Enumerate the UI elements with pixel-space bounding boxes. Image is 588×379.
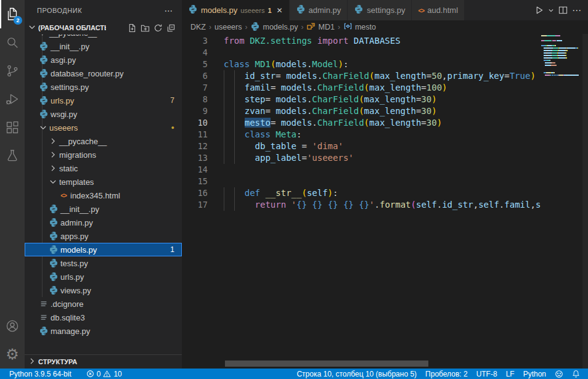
refresh-icon[interactable] [153,23,163,33]
breadcrumb-item-models-py[interactable]: models.py [250,22,298,33]
code-line-8[interactable]: 8 step= models.CharField(max_length=30) [182,94,588,105]
code-line-14[interactable]: 14 [182,164,588,176]
workspace-section-header[interactable]: (РАБОЧАЯ ОБЛАСТЬ) ... [25,21,182,35]
status-indentation[interactable]: Пробелов: 2 [421,369,472,379]
tree-file-database-roouter-py[interactable]: database_roouter.py [25,67,182,80]
line-number: 6 [182,70,208,82]
breadcrumb-item-useeers[interactable]: useeers [214,23,242,31]
outline-section-header[interactable]: СТРУКТУРА [25,354,182,369]
code-line-6[interactable]: 6 id_str= models.CharField(max_length=50… [182,70,588,82]
tree-file--init-py[interactable]: __init__.py [25,39,182,53]
breadcrumb-item-md1[interactable]: MD1 [306,22,334,33]
explorer-icon[interactable]: 2 [0,0,25,28]
code-token: import [317,36,349,46]
split-editor-icon[interactable] [558,6,568,15]
horizontal-scrollbar[interactable] [225,361,428,367]
status-notifications[interactable] [568,369,584,379]
run-debug-icon[interactable] [0,85,25,113]
tab-aud-html[interactable]: <>aud.html [412,0,465,20]
tree-file--init-py[interactable]: __init__.py [25,202,182,216]
status-feedback[interactable] [550,369,568,379]
breadcrumb-item-dkz[interactable]: DKZ [190,23,206,31]
code-token: class [224,59,255,69]
tab-settings-py[interactable]: settings.py [348,0,412,20]
line-number: 7 [182,82,208,94]
tree-file-manage-py[interactable]: manage.py [25,324,182,338]
indent-guide [224,187,224,211]
tree-file-views-py[interactable]: views.py [25,283,182,297]
code-line-15[interactable]: 15 [182,176,588,187]
tree-file-apps-py[interactable]: apps.py [25,229,182,243]
tree-file-index345-html[interactable]: <>index345.html [25,189,182,202]
run-python-file-icon[interactable] [534,6,544,15]
tree-file-db-sqlite3[interactable]: db.sqlite3 [25,311,182,324]
tab-models-py[interactable]: models.pyuseeers1✕ [182,0,290,20]
tree-file-tests-py[interactable]: tests.py [25,256,182,270]
manage-gear-icon[interactable]: ⚙ [0,340,25,369]
code-line-7[interactable]: 7 famil= models.CharField(max_length=100… [182,82,588,94]
code-token: ) [442,83,447,92]
status-cursor-position[interactable]: Строка 10, столбец 10 (выбрано 5) [292,369,421,379]
tree-file-asgi-py[interactable]: asgi.py [25,53,182,67]
tree-folder--pycache-[interactable]: __pycache__ [25,35,182,39]
search-icon[interactable] [0,28,25,57]
code-line-10[interactable]: 10 mesto= models.CharField(max_length=30… [182,117,588,129]
code-token: ( [364,83,369,92]
code-token: self [416,200,437,210]
code-token: ) [437,118,442,128]
code-line-16[interactable]: 16 def __str__(self): [182,187,588,199]
breadcrumb-item-mesto[interactable]: mesto [343,22,376,33]
line-number: 15 [182,176,208,187]
minimap-line [541,47,582,49]
breadcrumb-label: mesto [355,23,376,31]
tree-folder--pycache-[interactable]: __pycache__ [25,134,182,148]
explorer-sidebar: ПРОВОДНИК ⋯ (РАБОЧАЯ ОБЛАСТЬ) ... __pyca… [25,0,182,369]
code-line-12[interactable]: 12 db_table = 'dima' [182,141,588,152]
status-encoding[interactable]: UTF-8 [472,369,502,379]
code-editor[interactable]: 3from DKZ.settings import DATABASES45cla… [182,34,588,369]
file-file-icon [38,299,49,309]
tree-file-wsgi-py[interactable]: wsgi.py [25,107,182,121]
tree-file-urls-py[interactable]: urls.py [25,270,182,283]
new-folder-icon[interactable] [141,23,150,33]
tab-admin-py[interactable]: admin.py [290,0,348,20]
tree-folder-static[interactable]: static [25,161,182,175]
run-picker-chevron-icon[interactable] [548,7,554,14]
close-icon[interactable]: ✕ [277,6,283,15]
status-problems[interactable]: 010 [82,369,126,379]
chevron-right-icon [48,163,58,173]
views-more-actions-icon[interactable]: ⋯ [165,6,174,15]
code-line-4[interactable]: 4 [182,47,588,59]
tree-file-urls-py[interactable]: urls.py7 [25,94,182,107]
code-line-17[interactable]: 17 return '{} {} {} {} {}'.format(self.i… [182,199,588,211]
source-control-icon[interactable] [0,57,25,85]
code-token: ) [431,106,436,116]
collapse-all-icon[interactable] [166,23,176,33]
status-language-mode[interactable]: Python [519,369,550,379]
testing-icon[interactable] [0,142,25,170]
code-token: ) [431,94,436,104]
new-file-icon[interactable] [128,23,137,33]
status-python-interpreter[interactable]: Python 3.9.5 64-bit [5,369,76,379]
more-actions-icon[interactable]: ⋯ [572,5,582,16]
tree-folder-templates[interactable]: templates [25,175,182,189]
tree-folder-useeers[interactable]: useeers● [25,121,182,134]
code-line-13[interactable]: 13 app_label='useeers' [182,152,588,164]
tree-file--dcignore[interactable]: .dcignore [25,297,182,311]
status-eol[interactable]: LF [502,369,519,379]
code-line-9[interactable]: 9 zvan= models.CharField(max_length=30) [182,105,588,117]
tree-item-label: __init__.py [60,205,99,214]
tree-file-settings-py[interactable]: settings.py [25,80,182,94]
tree-file-admin-py[interactable]: admin.py [25,216,182,229]
code-line-5[interactable]: 5class MD1(models.Model): [182,59,588,70]
code-token: = [271,118,281,128]
vertical-scrollbar[interactable] [582,34,588,369]
account-icon[interactable] [0,312,25,340]
warning-count: 10 [113,370,121,378]
code-line-11[interactable]: 11 class Meta: [182,129,588,141]
tree-folder-migrations[interactable]: migrations [25,148,182,161]
extensions-icon[interactable] [0,113,25,142]
tree-file-models-py[interactable]: models.py1 [25,243,182,256]
code-line-3[interactable]: 3from DKZ.settings import DATABASES [182,35,588,47]
minimap[interactable] [541,35,582,77]
